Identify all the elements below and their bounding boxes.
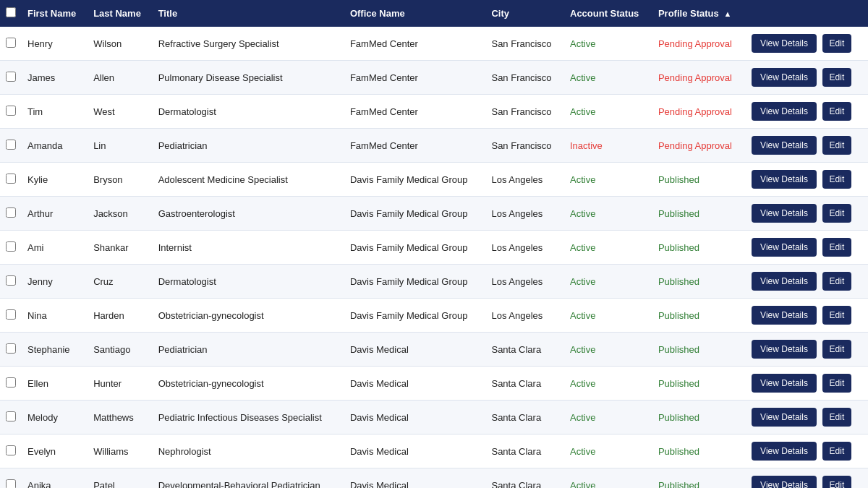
row-checkbox[interactable] xyxy=(6,174,16,184)
view-details-button[interactable]: View Details xyxy=(752,170,817,189)
edit-button[interactable]: Edit xyxy=(822,170,852,189)
cell-last-name: Cruz xyxy=(88,265,153,299)
row-checkbox-cell[interactable] xyxy=(0,265,22,299)
cell-first-name: Ami xyxy=(22,231,88,265)
cell-account-status: Active xyxy=(564,299,652,333)
select-all-checkbox[interactable] xyxy=(6,7,16,17)
view-details-button[interactable]: View Details xyxy=(752,374,817,393)
row-checkbox[interactable] xyxy=(6,377,16,388)
select-all-cell[interactable] xyxy=(0,0,22,27)
edit-button[interactable]: Edit xyxy=(822,272,852,291)
cell-last-name: Williams xyxy=(88,435,153,468)
edit-button[interactable]: Edit xyxy=(822,408,852,427)
view-details-button[interactable]: View Details xyxy=(752,476,817,488)
account-status-badge: Active xyxy=(570,310,595,321)
row-checkbox-cell[interactable] xyxy=(0,468,22,489)
cell-city: Santa Clara xyxy=(485,367,564,401)
view-details-button[interactable]: View Details xyxy=(752,136,817,155)
cell-last-name: Matthews xyxy=(88,401,153,435)
row-checkbox[interactable] xyxy=(6,38,16,48)
account-status-badge: Active xyxy=(570,276,595,287)
row-checkbox-cell[interactable] xyxy=(0,163,22,197)
row-checkbox[interactable] xyxy=(6,275,16,286)
row-checkbox[interactable] xyxy=(6,479,16,489)
view-details-button[interactable]: View Details xyxy=(752,204,817,223)
row-checkbox-cell[interactable] xyxy=(0,61,22,95)
col-title[interactable]: Title xyxy=(153,0,344,27)
view-details-button[interactable]: View Details xyxy=(752,340,817,359)
row-checkbox[interactable] xyxy=(6,411,16,421)
col-first-name[interactable]: First Name xyxy=(22,0,88,27)
cell-actions: View Details Edit xyxy=(746,163,868,197)
row-checkbox[interactable] xyxy=(6,445,16,455)
col-profile-status[interactable]: Profile Status ▲ xyxy=(652,0,746,27)
row-checkbox-cell[interactable] xyxy=(0,197,22,231)
cell-last-name: Wilson xyxy=(88,27,153,61)
providers-table: First Name Last Name Title Office Name C… xyxy=(0,0,868,488)
cell-title: Pediatric Infectious Diseases Specialist xyxy=(153,401,344,435)
cell-profile-status: Published xyxy=(652,265,746,299)
view-details-button[interactable]: View Details xyxy=(752,68,817,87)
col-last-name[interactable]: Last Name xyxy=(88,0,153,27)
view-details-button[interactable]: View Details xyxy=(752,102,817,121)
view-details-button[interactable]: View Details xyxy=(752,238,817,257)
row-checkbox[interactable] xyxy=(6,140,16,150)
profile-status-badge: Published xyxy=(658,208,699,219)
col-account-status[interactable]: Account Status xyxy=(564,0,652,27)
edit-button[interactable]: Edit xyxy=(822,340,852,359)
edit-button[interactable]: Edit xyxy=(822,476,852,488)
cell-last-name: Hunter xyxy=(88,367,153,401)
cell-account-status: Active xyxy=(564,468,652,489)
row-checkbox[interactable] xyxy=(6,343,16,354)
edit-button[interactable]: Edit xyxy=(822,306,852,325)
row-checkbox[interactable] xyxy=(6,309,16,320)
table-row: Arthur Jackson Gastroenterologist Davis … xyxy=(0,197,868,231)
cell-actions: View Details Edit xyxy=(746,468,868,489)
view-details-button[interactable]: View Details xyxy=(752,442,817,461)
profile-status-badge: Published xyxy=(658,344,699,355)
row-checkbox[interactable] xyxy=(6,72,16,82)
row-checkbox-cell[interactable] xyxy=(0,95,22,129)
row-checkbox[interactable] xyxy=(6,241,16,252)
row-checkbox-cell[interactable] xyxy=(0,231,22,265)
cell-profile-status: Pending Approval xyxy=(652,61,746,95)
view-details-button[interactable]: View Details xyxy=(752,34,817,53)
cell-office-name: Davis Medical xyxy=(344,401,486,435)
row-checkbox-cell[interactable] xyxy=(0,401,22,435)
cell-first-name: Kylie xyxy=(22,163,88,197)
view-details-button[interactable]: View Details xyxy=(752,272,817,291)
col-office-name[interactable]: Office Name xyxy=(344,0,486,27)
edit-button[interactable]: Edit xyxy=(822,102,852,121)
edit-button[interactable]: Edit xyxy=(822,204,852,223)
edit-button[interactable]: Edit xyxy=(822,238,852,257)
row-checkbox-cell[interactable] xyxy=(0,367,22,401)
col-city[interactable]: City xyxy=(485,0,564,27)
row-checkbox[interactable] xyxy=(6,207,16,218)
cell-city: Los Angeles xyxy=(485,299,564,333)
account-status-badge: Active xyxy=(570,106,595,117)
row-checkbox-cell[interactable] xyxy=(0,299,22,333)
cell-actions: View Details Edit xyxy=(746,299,868,333)
view-details-button[interactable]: View Details xyxy=(752,408,817,427)
edit-button[interactable]: Edit xyxy=(822,442,852,461)
cell-office-name: Davis Medical xyxy=(344,333,486,367)
cell-actions: View Details Edit xyxy=(746,129,868,163)
row-checkbox-cell[interactable] xyxy=(0,333,22,367)
cell-last-name: Harden xyxy=(88,299,153,333)
row-checkbox-cell[interactable] xyxy=(0,27,22,61)
account-status-badge: Active xyxy=(570,242,595,253)
cell-account-status: Active xyxy=(564,27,652,61)
row-checkbox-cell[interactable] xyxy=(0,435,22,468)
edit-button[interactable]: Edit xyxy=(822,68,852,87)
cell-city: San Francisco xyxy=(485,95,564,129)
cell-city: Los Angeles xyxy=(485,231,564,265)
row-checkbox-cell[interactable] xyxy=(0,129,22,163)
table-row: Nina Harden Obstetrician-gynecologist Da… xyxy=(0,299,868,333)
view-details-button[interactable]: View Details xyxy=(752,306,817,325)
row-checkbox[interactable] xyxy=(6,106,16,116)
edit-button[interactable]: Edit xyxy=(822,374,852,393)
cell-first-name: Nina xyxy=(22,299,88,333)
cell-profile-status: Published xyxy=(652,333,746,367)
edit-button[interactable]: Edit xyxy=(822,34,852,53)
edit-button[interactable]: Edit xyxy=(822,136,852,155)
